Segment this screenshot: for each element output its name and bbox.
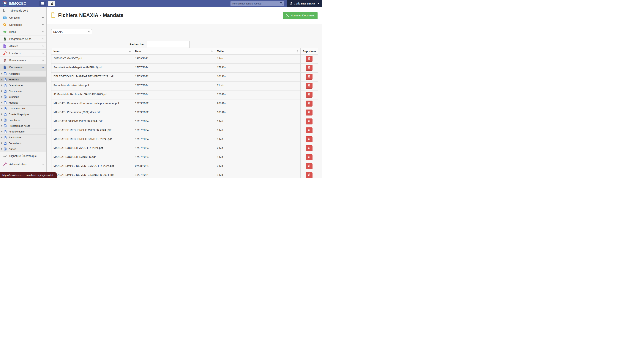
file-name-link[interactable]: Autorisation de delegation AMEPI (2).pdf — [52, 64, 133, 72]
file-size: 71 Ko — [215, 82, 300, 90]
sidebar-item-label: Affaires — [9, 45, 18, 48]
coins-icon — [3, 58, 7, 62]
sidebar-subitem-charte-graphique[interactable]: Charte Graphique — [0, 111, 46, 117]
sidebar-item-demandes[interactable]: Demandes — [0, 21, 46, 28]
table-search-input[interactable] — [147, 41, 190, 48]
delete-button[interactable] — [306, 92, 312, 97]
file-name-link[interactable]: MANDAT DE RECHERCHE SANS FR-2024 .pdf — [52, 135, 133, 144]
sidebar-subitem-juridique[interactable]: Juridique — [0, 94, 46, 100]
sidebar-subitem-commercial[interactable]: Commercial — [0, 88, 46, 94]
sidebar-item-label: Biens — [9, 30, 16, 33]
document-icon — [51, 12, 56, 19]
file-name-link[interactable]: AVENANT MANDAT.pdf — [52, 55, 133, 63]
sidebar-subitem-locations[interactable]: Locations — [0, 117, 46, 123]
file-name-link[interactable]: MANDAT - Demande d'execution anticipee m… — [52, 99, 133, 108]
link-preview-statusbar: https://www.immozeo.com/fichier/ej/tag/m… — [0, 172, 57, 178]
sidebar-item-administration[interactable]: Administration — [0, 160, 46, 168]
delete-button[interactable] — [306, 109, 312, 115]
delete-button[interactable] — [306, 101, 312, 106]
file-name-link[interactable]: MANDAT SIMPLE DE VENTE SANS FR-2024 .pdf — [52, 171, 133, 178]
file-name-link[interactable]: Formulaire de retractation.pdf — [52, 82, 133, 90]
file-outline-icon — [4, 107, 7, 110]
chevron-down-icon — [42, 16, 44, 18]
delete-cell — [300, 126, 318, 135]
delete-cell — [300, 73, 318, 81]
delete-button[interactable] — [306, 56, 312, 61]
sidebar-item-affaires[interactable]: Affaires — [0, 43, 46, 50]
calculator-button[interactable] — [48, 1, 55, 6]
delete-button[interactable] — [306, 145, 312, 151]
chevron-down-icon — [42, 66, 44, 68]
file-name-link[interactable]: MANDAT DE RECHERCHE AVEC FR-2024 .pdf — [52, 126, 133, 135]
file-name-link[interactable]: IP Mandat de Recherche SANS FR-2023.pdf — [52, 90, 133, 99]
sidebar-item-contacts[interactable]: Contacts — [0, 14, 46, 21]
sidebar-subitem-formations[interactable]: Formations — [0, 140, 46, 146]
delete-button[interactable] — [306, 172, 312, 178]
caret-right-icon — [2, 85, 2, 86]
sidebar-footer-nav: Signature ÉlectroniqueAdministration — [0, 152, 46, 168]
sidebar-subitem-mandats[interactable]: Mandats — [0, 77, 46, 82]
table-row: Autorisation de delegation AMEPI (2).pdf… — [52, 64, 318, 73]
sidebar-toggle-button[interactable] — [40, 1, 46, 6]
sidebar-subitem-operationnel[interactable]: Operationnel — [0, 82, 46, 88]
sidebar-subitem-programmes-neufs[interactable]: Programmes neufs — [0, 123, 46, 129]
sidebar-item-programmes-neufs[interactable]: Programmes neufs — [0, 36, 46, 43]
sidebar-item-biens[interactable]: Biens — [0, 28, 46, 36]
file-name-link[interactable]: MANDAT - Procuration (2022).docx.pdf — [52, 108, 133, 117]
file-name-link[interactable]: MANDAT EXCLUSIF AVEC FR -2024.pdf — [52, 144, 133, 153]
sidebar-subitem-patrimoine[interactable]: Patrimoine — [0, 134, 46, 140]
sidebar-item-locations[interactable]: Locations — [0, 50, 46, 57]
file-date: 17/07/2024 — [133, 126, 215, 135]
sidebar-subitem-label: Juridique — [9, 96, 19, 98]
agency-select[interactable]: NEAXIA — [51, 29, 92, 34]
sidebar-item-signature-lectronique[interactable]: Signature Électronique — [0, 152, 46, 160]
file-outline-icon — [4, 84, 7, 87]
sort-icon — [211, 50, 212, 52]
sidebar-item-financements[interactable]: Financements — [0, 57, 46, 64]
file-size: 1 Mo — [215, 153, 300, 162]
column-header-nom[interactable]: Nom — [52, 48, 133, 55]
delete-button[interactable] — [306, 154, 312, 160]
sidebar-item-tableau-de-bord[interactable]: Tableau de bord — [0, 7, 46, 14]
trash-icon — [308, 128, 311, 132]
search-icon[interactable] — [280, 2, 283, 6]
file-size: 1 Mo — [215, 117, 300, 126]
network-search-input[interactable] — [230, 1, 284, 6]
sort-asc-icon — [129, 51, 131, 52]
sidebar-item-documents[interactable]: Documents — [0, 64, 46, 71]
file-name-link[interactable]: MANDAT SIMPLE DE VENTE AVEC FR -2024.pdf — [52, 162, 133, 171]
sidebar-subitem-mod-les[interactable]: Modèles — [0, 100, 46, 106]
file-name-link[interactable]: DELEGATION DU MANDAT DE VENTE 2022 .pdf — [52, 73, 133, 81]
caret-right-icon — [2, 73, 2, 74]
delete-button[interactable] — [306, 136, 312, 142]
delete-cell — [300, 82, 318, 90]
delete-button[interactable] — [306, 65, 312, 70]
title-bar: Fichiers NEAXIA - Mandats Nouveau Docume… — [47, 7, 322, 24]
building-icon — [3, 37, 7, 41]
file-date: 19/09/2022 — [133, 73, 215, 81]
user-menu[interactable]: Carla BESSENAY — [287, 0, 322, 7]
sidebar-subitem-autres[interactable]: Autres — [0, 146, 46, 152]
key-icon — [3, 51, 7, 55]
delete-button[interactable] — [306, 74, 312, 79]
table-row: MANDAT SIMPLE DE VENTE SANS FR-2024 .pdf… — [52, 171, 318, 178]
file-date: 19/09/2022 — [133, 108, 215, 117]
new-document-button[interactable]: Nouveau Document — [283, 12, 318, 19]
delete-button[interactable] — [306, 83, 312, 88]
sidebar-subitem-financements[interactable]: Financements — [0, 129, 46, 134]
file-name-link[interactable]: MANDAT 3 OTIONS AVEC FR-2024-.pdf — [52, 117, 133, 126]
sidebar-subitem-actualit-s[interactable]: Actualités — [0, 71, 46, 77]
delete-button[interactable] — [306, 163, 312, 169]
file-name-link[interactable]: MANDAT EXCLUSIF SANS FR.pdf — [52, 153, 133, 162]
table-row: MANDAT - Procuration (2022).docx.pdf19/0… — [52, 108, 318, 117]
immozeo-logo[interactable]: IMMOZEO — [0, 1, 40, 7]
column-header-taille[interactable]: Taille — [215, 48, 300, 55]
sidebar-item-label: Administration — [9, 163, 26, 166]
delete-button[interactable] — [306, 118, 312, 124]
calculator-icon — [50, 1, 54, 6]
table-search-label: Rechercher : — [130, 43, 146, 46]
sidebar-subitem-communication[interactable]: Communication — [0, 106, 46, 111]
delete-button[interactable] — [306, 127, 312, 133]
column-header-date[interactable]: Date — [133, 48, 215, 55]
file-outline-icon — [4, 130, 7, 133]
